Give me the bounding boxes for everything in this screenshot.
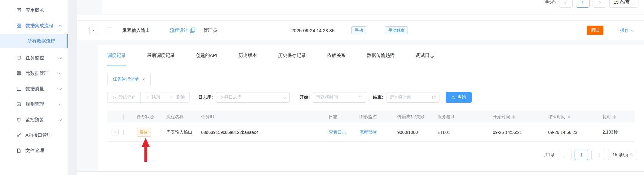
overview-icon (16, 8, 21, 13)
flow-owner: 管理员 (203, 28, 217, 33)
sidebar-item-label: 规则管理 (25, 101, 44, 107)
page-size-value: 15 条/页 (614, 0, 629, 5)
sidebar-item-rules[interactable]: 规则管理 (0, 96, 68, 112)
total-count: 共5条 (545, 0, 556, 5)
header-graph: 图形监控 (359, 114, 398, 120)
tab-schedule-records[interactable]: 调度记录 (107, 45, 126, 66)
chevron-left-icon (564, 1, 567, 4)
log-store-label: 日志库: (198, 95, 213, 100)
cell-flow-name: 库表输入输出 (166, 130, 201, 135)
tab-history-versions[interactable]: 历史版本 (238, 45, 257, 66)
sidebar-item-task-monitor[interactable]: 任务监控 (0, 50, 68, 66)
check-icon (145, 96, 149, 100)
tab-history-save-records[interactable]: 历史保存记录 (278, 45, 306, 66)
tab-transfer-trend[interactable]: 数据传输趋势 (367, 45, 395, 66)
collapse-row-button[interactable]: - (89, 27, 97, 34)
search-icon (451, 96, 455, 100)
query-button[interactable]: 查询 (446, 92, 472, 103)
sidebar-item-label: 数据集成流程 (25, 23, 53, 29)
sidebar-item-metadata[interactable]: 元数据管理 (0, 66, 68, 81)
tab-last-schedule-record[interactable]: 最后调度记录 (147, 45, 175, 66)
page-number-button[interactable]: 1 (576, 0, 589, 8)
filter-toolbar: 尝试停止 结束 删除 日志库: 选择日志库 (107, 92, 644, 103)
expand-row-button[interactable]: + (112, 129, 119, 135)
next-page-button[interactable] (591, 150, 605, 160)
chevron-right-icon (598, 1, 601, 4)
header-status: 任务状态 (137, 114, 166, 120)
task-monitor-icon (16, 55, 21, 60)
prev-page-button[interactable] (558, 150, 571, 160)
sidebar-item-all-data-flows[interactable]: 所有数据流程 (0, 34, 68, 48)
power-icon (112, 96, 116, 100)
select-all-checkbox[interactable] (123, 114, 124, 120)
start-time-input[interactable]: 请选择时间 (313, 92, 366, 103)
detail-panel: 调度记录 最后调度记录 创建的API 历史版本 历史保存记录 依赖关系 数据传输… (98, 45, 644, 171)
cell-server: ETL01 (437, 130, 493, 135)
cell-task-id: 68d639159c05a8122ba8aac4 (201, 130, 329, 135)
header-start-time[interactable]: 开始时间 (493, 114, 548, 120)
sidebar-item-label: 监控预警 (25, 117, 44, 123)
flow-row: - 库表输入输出 流程设计 管理员 2025-09-24 14:23:35 手动… (77, 21, 644, 40)
chevron-down-icon (630, 153, 633, 156)
calendar-icon (432, 95, 436, 100)
sidebar-item-label: 任务监控 (25, 55, 44, 61)
chevron-down-icon (59, 71, 62, 75)
subtab-label: 任务运行记录 (113, 76, 139, 82)
data-quality-icon (16, 86, 21, 91)
chevron-down-icon (59, 56, 62, 59)
close-icon[interactable]: × (142, 77, 145, 82)
sidebar-item-file-management[interactable]: 文件管理 (0, 143, 68, 158)
next-page-button[interactable] (593, 0, 606, 8)
table-header-row: 任务状态 流程名称 任务ID 日志 图形监控 传输成功/失败 服务器Id 开始时… (107, 111, 635, 123)
tab-debug-logs[interactable]: 调试日志 (416, 45, 434, 66)
sort-icons[interactable] (512, 115, 515, 119)
action-menu[interactable]: 操作 (620, 28, 633, 33)
delete-button[interactable]: 删除 (165, 92, 190, 103)
trigger-tag: 手动触发 (385, 26, 408, 34)
row-checkbox[interactable] (123, 130, 124, 135)
task-run-table: 任务状态 流程名称 任务ID 日志 图形监控 传输成功/失败 服务器Id 开始时… (107, 111, 635, 142)
flow-design-link[interactable]: 流程设计 (170, 28, 188, 33)
alarm-icon (16, 117, 21, 122)
row-checkbox[interactable] (107, 28, 112, 33)
sidebar: 应用概览 数据集成流程 所有数据流程 任务监控 元数据管理 (0, 0, 68, 175)
chevron-up-icon (59, 24, 62, 28)
prev-page-button[interactable] (559, 0, 573, 8)
flow-monitor-link[interactable]: 流程监控 (359, 130, 377, 134)
open-designer-icon[interactable] (190, 28, 196, 33)
header-duration[interactable]: 耗时 (602, 114, 635, 120)
header-flow-name: 流程名称 (166, 114, 201, 120)
debug-button[interactable]: 调试 (587, 26, 603, 35)
sidebar-item-data-quality[interactable]: 数据质量 (0, 81, 68, 96)
sidebar-item-monitor-alert[interactable]: 监控预警 (0, 112, 68, 127)
log-store-select[interactable]: 选择日志库 (216, 92, 290, 103)
tab-dependencies[interactable]: 依赖关系 (327, 45, 346, 66)
chevron-left-icon (563, 153, 566, 156)
page-size-select[interactable]: 15 条/页 (608, 150, 637, 160)
page-size-select[interactable]: 15 条/页 (609, 0, 638, 8)
sort-icons[interactable] (613, 115, 616, 119)
sidebar-item-api-management[interactable]: API接口管理 (0, 127, 68, 143)
end-time-input[interactable]: 请选择时间 (386, 92, 439, 103)
start-time-label: 开始: (300, 95, 310, 100)
file-icon (16, 148, 21, 153)
tab-created-api[interactable]: 创建的API (196, 45, 217, 66)
subtab-task-run-records[interactable]: 任务运行记录 × (107, 73, 151, 85)
end-time-label: 结束: (373, 95, 383, 100)
finish-button[interactable]: 结束 (140, 92, 165, 103)
divider (186, 28, 186, 33)
sidebar-subitem-label: 所有数据流程 (27, 38, 55, 44)
view-log-link[interactable]: 查看日志 (329, 130, 346, 134)
end-time-placeholder: 请选择时间 (390, 95, 411, 100)
page-number-button[interactable]: 1 (575, 150, 588, 160)
header-end-time[interactable]: 结束时间 (548, 114, 602, 120)
chevron-down-icon (59, 87, 62, 90)
chevron-down-icon (283, 96, 286, 99)
sidebar-item-app-overview[interactable]: 应用概览 (0, 2, 68, 18)
mode-tag: 手动 (351, 26, 366, 34)
integration-icon (16, 23, 21, 28)
chevron-down-icon (59, 118, 62, 121)
sort-icons[interactable] (568, 115, 570, 119)
try-stop-button[interactable]: 尝试停止 (107, 92, 141, 103)
sidebar-item-data-integration[interactable]: 数据集成流程 (0, 18, 68, 33)
